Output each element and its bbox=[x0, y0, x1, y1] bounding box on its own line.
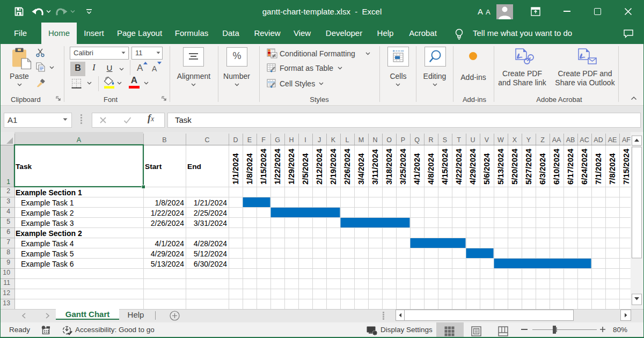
svg-text:AA: AA bbox=[552, 136, 561, 144]
svg-text:7/1/2024: 7/1/2024 bbox=[594, 153, 603, 185]
svg-text:V: V bbox=[485, 136, 489, 144]
svg-text:5/13/2024: 5/13/2024 bbox=[496, 149, 505, 185]
svg-text:4/1/2024: 4/1/2024 bbox=[412, 153, 421, 185]
svg-text:5/27/2024: 5/27/2024 bbox=[524, 149, 533, 185]
svg-text:6/17/2024: 6/17/2024 bbox=[566, 149, 575, 185]
svg-text:K: K bbox=[331, 136, 336, 144]
svg-text:5: 5 bbox=[6, 218, 10, 225]
svg-text:X: X bbox=[513, 136, 517, 144]
svg-text:R: R bbox=[428, 136, 433, 144]
svg-text:3/11/2024: 3/11/2024 bbox=[370, 149, 379, 185]
svg-text:1/22/2024: 1/22/2024 bbox=[273, 149, 282, 185]
svg-text:6/10/2024: 6/10/2024 bbox=[552, 149, 561, 185]
svg-text:AC: AC bbox=[580, 136, 589, 144]
svg-text:C: C bbox=[204, 136, 209, 144]
svg-text:2: 2 bbox=[6, 187, 10, 195]
svg-text:Example Task 5: Example Task 5 bbox=[21, 249, 74, 258]
svg-text:1/8/2024: 1/8/2024 bbox=[245, 153, 254, 185]
svg-text:Start: Start bbox=[145, 163, 162, 171]
svg-text:5/20/2024: 5/20/2024 bbox=[510, 149, 519, 185]
svg-text:1/22/2024: 1/22/2024 bbox=[151, 209, 184, 217]
svg-text:A: A bbox=[77, 136, 82, 144]
svg-text:End: End bbox=[187, 163, 201, 171]
svg-text:2/26/2024: 2/26/2024 bbox=[151, 219, 184, 227]
svg-text:3: 3 bbox=[6, 197, 10, 205]
svg-text:B: B bbox=[162, 136, 166, 144]
svg-text:4/29/2024: 4/29/2024 bbox=[468, 149, 477, 185]
svg-text:2/25/2024: 2/25/2024 bbox=[194, 209, 227, 217]
svg-text:F: F bbox=[261, 136, 266, 144]
svg-text:5/6/2024: 5/6/2024 bbox=[482, 153, 491, 185]
svg-text:6/30/2024: 6/30/2024 bbox=[194, 260, 227, 268]
svg-text:P: P bbox=[401, 136, 405, 144]
svg-text:10: 10 bbox=[3, 269, 10, 276]
svg-text:4/29/2024: 4/29/2024 bbox=[151, 249, 184, 258]
svg-text:Example Task 1: Example Task 1 bbox=[21, 199, 74, 207]
svg-text:1/8/2024: 1/8/2024 bbox=[155, 199, 185, 207]
svg-text:U: U bbox=[470, 136, 475, 144]
svg-text:J: J bbox=[318, 136, 321, 144]
svg-text:H: H bbox=[289, 136, 294, 144]
svg-text:11: 11 bbox=[3, 279, 10, 286]
svg-text:3/31/2024: 3/31/2024 bbox=[194, 219, 227, 227]
svg-text:Y: Y bbox=[526, 136, 531, 144]
svg-text:Example Task 2: Example Task 2 bbox=[21, 209, 74, 217]
svg-text:7: 7 bbox=[6, 238, 10, 246]
svg-text:Example Task 4: Example Task 4 bbox=[21, 239, 74, 248]
svg-text:O: O bbox=[386, 136, 392, 144]
svg-text:S: S bbox=[443, 136, 447, 144]
svg-text:T: T bbox=[457, 136, 461, 144]
svg-text:L: L bbox=[346, 136, 349, 144]
svg-text:7/8/2024: 7/8/2024 bbox=[608, 153, 617, 185]
svg-text:E: E bbox=[247, 136, 252, 144]
svg-text:Example Task 6: Example Task 6 bbox=[21, 260, 74, 268]
svg-text:AD: AD bbox=[594, 136, 603, 144]
svg-text:5/13/2024: 5/13/2024 bbox=[151, 260, 184, 268]
svg-text:6: 6 bbox=[6, 228, 10, 236]
svg-text:Example Section 2: Example Section 2 bbox=[16, 229, 82, 238]
svg-text:3/4/2024: 3/4/2024 bbox=[356, 153, 365, 185]
svg-text:4/22/2024: 4/22/2024 bbox=[454, 149, 463, 185]
svg-text:9: 9 bbox=[6, 259, 10, 266]
svg-text:6/3/2024: 6/3/2024 bbox=[538, 153, 547, 185]
svg-text:1: 1 bbox=[6, 178, 10, 186]
svg-text:1/21/2024: 1/21/2024 bbox=[194, 199, 227, 207]
svg-text:7/15/2024: 7/15/2024 bbox=[621, 149, 631, 185]
svg-text:W: W bbox=[497, 136, 504, 144]
svg-text:AE: AE bbox=[608, 136, 617, 144]
svg-text:Example Task 3: Example Task 3 bbox=[21, 219, 74, 227]
svg-text:Task: Task bbox=[16, 163, 32, 171]
svg-text:G: G bbox=[275, 136, 280, 144]
svg-text:Example Section 1: Example Section 1 bbox=[16, 188, 82, 197]
svg-text:1/1/2024: 1/1/2024 bbox=[231, 153, 240, 185]
svg-text:1/29/2024: 1/29/2024 bbox=[287, 149, 296, 185]
svg-text:AF: AF bbox=[622, 136, 631, 144]
svg-text:13: 13 bbox=[3, 299, 10, 307]
svg-text:Z: Z bbox=[540, 136, 545, 144]
svg-text:3/18/2024: 3/18/2024 bbox=[384, 149, 393, 185]
svg-text:6/24/2024: 6/24/2024 bbox=[580, 149, 589, 185]
svg-text:1/15/2024: 1/15/2024 bbox=[259, 149, 268, 185]
svg-text:5/12/2024: 5/12/2024 bbox=[194, 249, 227, 258]
svg-text:I: I bbox=[304, 136, 306, 144]
svg-text:4/8/2024: 4/8/2024 bbox=[426, 153, 435, 185]
svg-text:AB: AB bbox=[566, 136, 575, 144]
svg-text:12: 12 bbox=[3, 289, 10, 297]
svg-text:4/28/2024: 4/28/2024 bbox=[194, 239, 227, 248]
svg-text:Q: Q bbox=[414, 136, 420, 144]
svg-text:2/26/2024: 2/26/2024 bbox=[342, 149, 352, 185]
svg-text:N: N bbox=[372, 136, 377, 144]
svg-text:D: D bbox=[233, 136, 238, 144]
svg-text:M: M bbox=[358, 136, 364, 144]
svg-text:4/1/2024: 4/1/2024 bbox=[155, 239, 185, 248]
svg-text:4: 4 bbox=[6, 208, 10, 215]
svg-text:3/25/2024: 3/25/2024 bbox=[398, 149, 407, 185]
svg-text:4/15/2024: 4/15/2024 bbox=[440, 149, 449, 185]
svg-text:2/5/2024: 2/5/2024 bbox=[301, 153, 310, 185]
svg-text:2/12/2024: 2/12/2024 bbox=[314, 149, 324, 185]
svg-text:2/19/2024: 2/19/2024 bbox=[328, 149, 338, 185]
svg-text:8: 8 bbox=[6, 248, 10, 256]
